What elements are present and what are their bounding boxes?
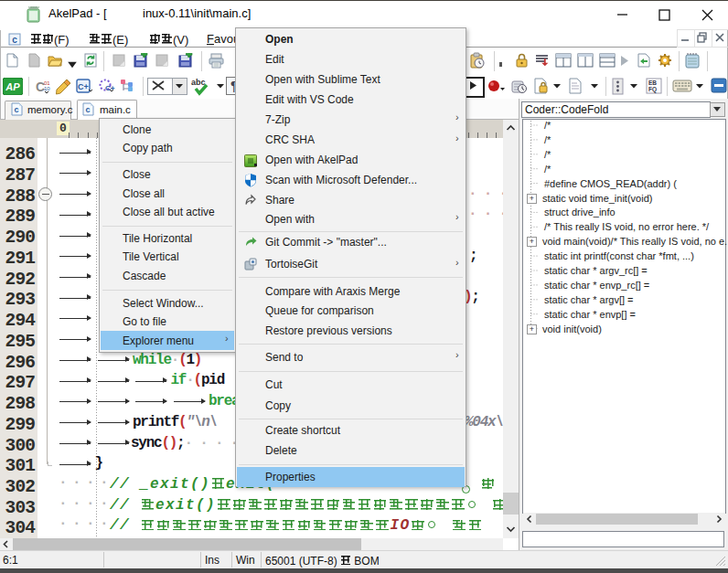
svg-text:EB: EB	[648, 80, 657, 86]
svg-text:10: 10	[44, 86, 50, 91]
svg-text:c: c	[12, 35, 17, 45]
svg-text:c: c	[14, 105, 18, 114]
svg-text:FQ: FQ	[648, 86, 657, 93]
svg-text:C+: C+	[78, 82, 89, 91]
svg-text:c: c	[85, 105, 90, 114]
svg-text:abc: abc	[191, 78, 206, 87]
svg-text:C+: C+	[105, 84, 115, 92]
svg-text:AP: AP	[5, 81, 20, 92]
